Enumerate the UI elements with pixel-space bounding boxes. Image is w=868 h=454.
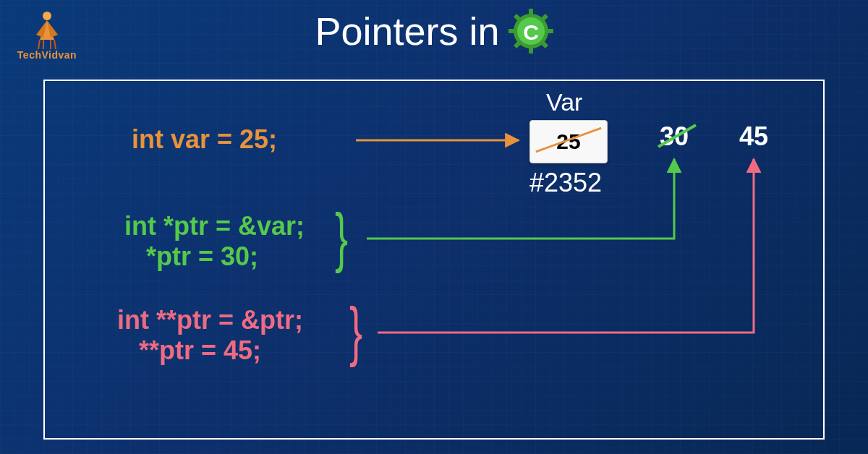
- code-row-3: int **ptr = &ptr; **ptr = 45;: [117, 305, 303, 366]
- title-text: Pointers in: [315, 9, 499, 53]
- brace-green-icon: }: [335, 200, 348, 275]
- svg-rect-3: [529, 46, 533, 53]
- code-row-2: int *ptr = &var; *ptr = 30;: [124, 211, 305, 272]
- svg-point-0: [43, 12, 51, 20]
- logo-icon: [25, 7, 69, 51]
- code-line-2a: int *ptr = &var;: [124, 211, 305, 241]
- code-line-1: int var = 25;: [132, 124, 277, 155]
- code-line-3b: **ptr = 45;: [117, 335, 303, 366]
- content-frame: int var = 25; int *ptr = &var; *ptr = 30…: [43, 80, 825, 440]
- arrow-green-icon: [367, 159, 674, 239]
- c-gear-icon: C: [509, 9, 553, 53]
- code-row-1: int var = 25;: [132, 124, 277, 155]
- svg-rect-5: [546, 29, 553, 33]
- logo: TechVidvan: [14, 7, 80, 61]
- var-label: Var: [546, 88, 582, 116]
- svg-rect-4: [509, 29, 516, 33]
- svg-rect-2: [529, 9, 533, 16]
- value-45: 45: [739, 121, 768, 152]
- svg-text:C: C: [523, 20, 539, 44]
- var-box: 25: [529, 120, 608, 163]
- code-line-2b: *ptr = 30;: [124, 241, 305, 272]
- code-line-3a: int **ptr = &ptr;: [117, 305, 303, 335]
- var-address: #2352: [529, 168, 602, 198]
- logo-text: TechVidvan: [14, 49, 80, 61]
- brace-pink-icon: }: [349, 294, 362, 369]
- page-title: Pointers in C: [0, 0, 868, 53]
